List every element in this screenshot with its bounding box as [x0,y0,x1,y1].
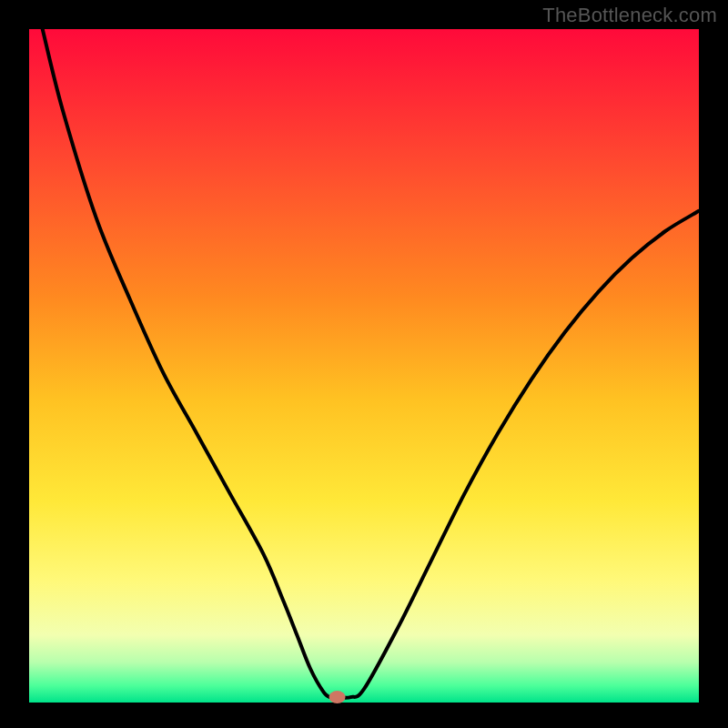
watermark-text: TheBottleneck.com [542,4,717,27]
bottleneck-chart: TheBottleneck.com [0,0,728,728]
chart-svg [0,0,728,728]
plot-background [29,29,699,703]
optimal-point-marker [329,691,346,703]
